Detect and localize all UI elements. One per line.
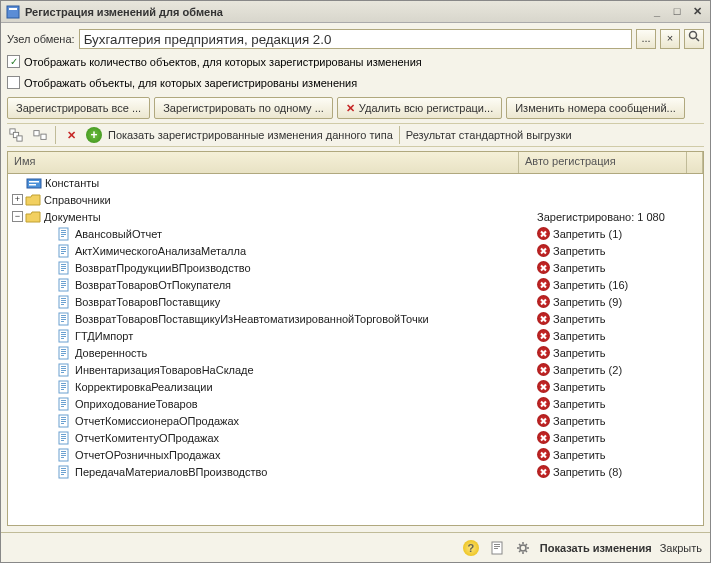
collapse-tree-icon[interactable] <box>31 126 49 144</box>
show-count-checkbox[interactable]: ✓ <box>7 55 20 68</box>
expand-references[interactable]: + <box>12 194 23 205</box>
svg-rect-18 <box>61 247 66 248</box>
document-icon <box>56 448 72 462</box>
show-count-checkbox-row[interactable]: ✓ Отображать количество объектов, для ко… <box>7 53 704 70</box>
document-icon <box>56 312 72 326</box>
node-clear-button[interactable]: × <box>660 29 680 49</box>
node-select-button[interactable]: ... <box>636 29 656 49</box>
deny-icon <box>537 312 550 325</box>
column-name[interactable]: Имя <box>8 152 519 173</box>
svg-rect-34 <box>61 300 66 301</box>
show-objects-checkbox[interactable] <box>7 76 20 89</box>
tree-node-references[interactable]: + Справочники <box>8 191 703 208</box>
collapse-documents[interactable]: − <box>12 211 23 222</box>
report-icon[interactable] <box>488 539 506 557</box>
svg-rect-24 <box>61 266 66 267</box>
svg-rect-21 <box>61 253 64 254</box>
tree-node-document[interactable]: ПередачаМатериаловВПроизводствоЗапретить… <box>8 463 703 480</box>
svg-rect-11 <box>29 184 36 186</box>
svg-rect-14 <box>61 232 66 233</box>
svg-rect-48 <box>61 349 66 350</box>
maximize-button[interactable]: □ <box>668 4 686 20</box>
close-link[interactable]: Закрыть <box>660 542 702 554</box>
document-icon <box>56 261 72 275</box>
svg-rect-74 <box>61 436 66 437</box>
document-icon <box>56 244 72 258</box>
svg-rect-69 <box>61 419 66 420</box>
tree-node-document[interactable]: ДоверенностьЗапретить <box>8 344 703 361</box>
tree-node-document[interactable]: ВозвратПродукцииВПроизводствоЗапретить <box>8 259 703 276</box>
document-icon <box>56 465 72 479</box>
exchange-node-input[interactable] <box>79 29 632 49</box>
deny-icon <box>537 397 550 410</box>
svg-rect-79 <box>61 453 66 454</box>
tree-header: Имя Авто регистрация <box>8 152 703 174</box>
svg-rect-35 <box>61 302 66 303</box>
tree-body[interactable]: Константы + Справочники − <box>8 174 703 525</box>
deny-icon <box>537 414 550 427</box>
svg-rect-36 <box>61 304 64 305</box>
tree-node-document[interactable]: ГТДИмпортЗапретить <box>8 327 703 344</box>
result-export-link[interactable]: Результат стандартной выгрузки <box>406 129 572 141</box>
register-all-button[interactable]: Зарегистрировать все ... <box>7 97 150 119</box>
separator <box>399 126 400 144</box>
add-icon[interactable]: + <box>86 127 102 143</box>
svg-rect-78 <box>61 451 66 452</box>
svg-rect-88 <box>494 544 500 545</box>
svg-point-2 <box>690 32 697 39</box>
svg-rect-16 <box>61 236 64 237</box>
svg-rect-75 <box>61 438 66 439</box>
svg-rect-23 <box>61 264 66 265</box>
column-autoreg[interactable]: Авто регистрация <box>519 152 687 173</box>
svg-rect-19 <box>61 249 66 250</box>
svg-rect-0 <box>7 6 19 18</box>
show-registered-link[interactable]: Показать зарегистрированные изменения да… <box>108 129 393 141</box>
expand-tree-icon[interactable] <box>7 126 25 144</box>
tree-node-document[interactable]: ОтчетКомитентуОПродажахЗапретить <box>8 429 703 446</box>
tree-node-document[interactable]: ОтчетКомиссионераОПродажахЗапретить <box>8 412 703 429</box>
svg-rect-9 <box>27 179 41 188</box>
minimize-button[interactable]: _ <box>648 4 666 20</box>
svg-rect-15 <box>61 234 66 235</box>
deny-icon <box>537 448 550 461</box>
svg-rect-25 <box>61 268 66 269</box>
tree-node-document[interactable]: ИнвентаризацияТоваровНаСкладеЗапретить (… <box>8 361 703 378</box>
change-message-numbers-button[interactable]: Изменить номера сообщений... <box>506 97 685 119</box>
separator <box>55 126 56 144</box>
show-changes-button[interactable]: Показать изменения <box>540 542 652 554</box>
tree-node-document[interactable]: АвансовыйОтчетЗапретить (1) <box>8 225 703 242</box>
show-objects-checkbox-row[interactable]: Отображать объекты, для которых зарегист… <box>7 74 704 91</box>
node-search-button[interactable] <box>684 29 704 49</box>
settings-icon[interactable] <box>514 539 532 557</box>
svg-rect-30 <box>61 285 66 286</box>
tree-node-document[interactable]: АктХимическогоАнализаМеталлаЗапретить <box>8 242 703 259</box>
tree-node-document[interactable]: ОприходованиеТоваровЗапретить <box>8 395 703 412</box>
delete-registration-button[interactable]: ✕Удалить всю регистраци... <box>337 97 502 119</box>
svg-rect-45 <box>61 336 66 337</box>
document-icon <box>56 227 72 241</box>
tree-node-document[interactable]: ВозвратТоваровПоставщикуИзНеавтоматизиро… <box>8 310 703 327</box>
tree-node-documents[interactable]: − Документы Зарегистрировано: 1 080 <box>8 208 703 225</box>
svg-rect-80 <box>61 455 66 456</box>
svg-rect-60 <box>61 387 66 388</box>
titlebar: Регистрация изменений для обмена _ □ ✕ <box>1 1 710 23</box>
svg-point-91 <box>520 545 526 551</box>
app-window: Регистрация изменений для обмена _ □ ✕ У… <box>0 0 711 563</box>
svg-rect-10 <box>29 181 39 183</box>
constants-icon <box>26 176 42 190</box>
svg-rect-28 <box>61 281 66 282</box>
register-one-button[interactable]: Зарегистрировать по одному ... <box>154 97 333 119</box>
tree-node-document[interactable]: КорректировкаРеализацииЗапретить <box>8 378 703 395</box>
tree-node-constants[interactable]: Константы <box>8 174 703 191</box>
deny-icon <box>537 295 550 308</box>
tree-node-document[interactable]: ВозвратТоваровОтПокупателяЗапретить (16) <box>8 276 703 293</box>
tree-node-document[interactable]: ОтчетОРозничныхПродажахЗапретить <box>8 446 703 463</box>
delete-icon[interactable]: ✕ <box>62 126 80 144</box>
help-icon[interactable]: ? <box>462 539 480 557</box>
tree-node-document[interactable]: ВозвратТоваровПоставщикуЗапретить (9) <box>8 293 703 310</box>
deny-icon <box>537 465 550 478</box>
close-button[interactable]: ✕ <box>688 4 706 20</box>
document-icon <box>56 346 72 360</box>
deny-icon <box>537 244 550 257</box>
x-icon: ✕ <box>346 102 355 115</box>
